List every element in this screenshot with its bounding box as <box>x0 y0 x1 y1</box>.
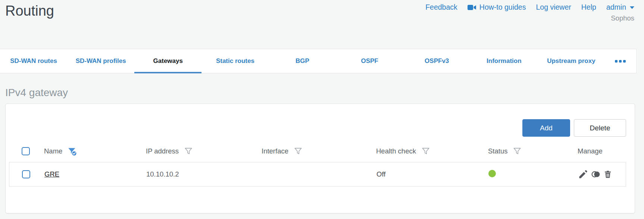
column-header-interface: Interface <box>253 146 368 156</box>
column-label: Name <box>44 147 62 155</box>
table-toolbar: Add Delete <box>6 104 635 140</box>
gateway-name-cell: GRE <box>36 170 138 178</box>
tab-label: OSPFv3 <box>425 57 449 65</box>
tab-static-routes[interactable]: Static routes <box>201 49 269 73</box>
tab-label: Upstream proxy <box>547 57 595 65</box>
column-label: IP address <box>146 147 179 155</box>
tab-label: Information <box>487 57 522 65</box>
page-title: Routing <box>5 3 54 19</box>
tab-label: SD-WAN routes <box>10 57 57 65</box>
clone-icon[interactable] <box>591 169 601 179</box>
ellipsis-icon <box>623 60 626 63</box>
how-to-guides-label: How-to guides <box>479 3 526 12</box>
header-links: Feedback How-to guides Log viewer Help a… <box>425 3 634 12</box>
column-header-name: Name <box>36 146 138 156</box>
tab-label: Gateways <box>153 57 183 65</box>
help-label: Help <box>581 3 596 12</box>
tab-sd-wan-profiles[interactable]: SD-WAN profiles <box>67 49 134 73</box>
ip-address-cell: 10.10.10.2 <box>138 170 254 178</box>
tab-ospf[interactable]: OSPF <box>336 49 403 73</box>
manage-cell <box>570 169 626 180</box>
tab-label: SD-WAN profiles <box>76 57 126 65</box>
column-label: Status <box>488 147 507 155</box>
column-header-ip-address: IP address <box>138 146 253 156</box>
ipv4-gateway-card: Add Delete Name IP address <box>5 104 635 213</box>
page-header: Routing Feedback How-to guides Log viewe… <box>0 0 644 49</box>
status-up-indicator <box>488 170 496 177</box>
delete-button[interactable]: Delete <box>574 119 626 137</box>
ellipsis-icon <box>615 60 618 63</box>
section-heading: IPv4 gateway <box>5 87 644 99</box>
admin-user-label: admin <box>606 3 626 12</box>
add-button[interactable]: Add <box>522 119 570 137</box>
column-header-status: Status <box>480 146 569 156</box>
feedback-label: Feedback <box>425 3 457 12</box>
chevron-down-icon <box>630 6 634 9</box>
gateway-name-link[interactable]: GRE <box>44 170 59 178</box>
column-label: Health check <box>376 147 416 155</box>
header-right: Feedback How-to guides Log viewer Help a… <box>425 3 634 22</box>
log-viewer-link[interactable]: Log viewer <box>536 3 571 12</box>
brand-label: Sophos <box>611 14 634 22</box>
how-to-guides-link[interactable]: How-to guides <box>468 3 526 12</box>
gateway-table: Name IP address Interface <box>9 140 626 187</box>
routing-tab-bar: SD-WAN routes SD-WAN profiles Gateways S… <box>0 49 637 73</box>
health-check-cell: Off <box>368 170 480 178</box>
table-header-row: Name IP address Interface <box>9 140 626 162</box>
filter-funnel-icon[interactable] <box>512 146 522 156</box>
filter-funnel-icon[interactable] <box>421 146 431 156</box>
delete-trash-icon[interactable] <box>603 170 612 179</box>
column-label: Manage <box>578 147 603 155</box>
active-tab-underline <box>134 72 201 73</box>
table-row: GRE 10.10.10.2 Off <box>9 162 626 187</box>
log-viewer-label: Log viewer <box>536 3 571 12</box>
tab-label: OSPF <box>361 57 378 65</box>
tab-sd-wan-routes[interactable]: SD-WAN routes <box>0 49 67 73</box>
column-label: Interface <box>262 147 288 155</box>
help-link[interactable]: Help <box>581 3 596 12</box>
tab-gateways[interactable]: Gateways <box>134 49 201 73</box>
select-all-checkbox[interactable] <box>22 147 30 155</box>
column-header-health-check: Health check <box>368 146 480 156</box>
admin-user-menu[interactable]: admin <box>606 3 634 12</box>
more-tabs-button[interactable] <box>605 49 636 73</box>
filter-funnel-icon[interactable] <box>184 146 193 156</box>
status-cell <box>480 170 570 179</box>
filter-funnel-icon[interactable] <box>293 146 303 156</box>
tab-label: Static routes <box>216 57 254 65</box>
row-checkbox-cell <box>9 170 36 178</box>
column-header-manage: Manage <box>569 147 626 155</box>
tab-upstream-proxy[interactable]: Upstream proxy <box>538 49 605 73</box>
row-checkbox[interactable] <box>22 170 30 178</box>
tab-information[interactable]: Information <box>471 49 538 73</box>
edit-pencil-icon[interactable] <box>578 169 588 180</box>
header-checkbox-cell <box>9 147 36 155</box>
ellipsis-icon <box>619 60 622 63</box>
video-camera-icon <box>468 4 476 10</box>
tab-ospfv3[interactable]: OSPFv3 <box>403 49 471 73</box>
feedback-link[interactable]: Feedback <box>425 3 457 12</box>
filter-funnel-active-icon[interactable] <box>67 146 77 156</box>
tab-label: BGP <box>296 57 309 65</box>
tab-bgp[interactable]: BGP <box>269 49 336 73</box>
